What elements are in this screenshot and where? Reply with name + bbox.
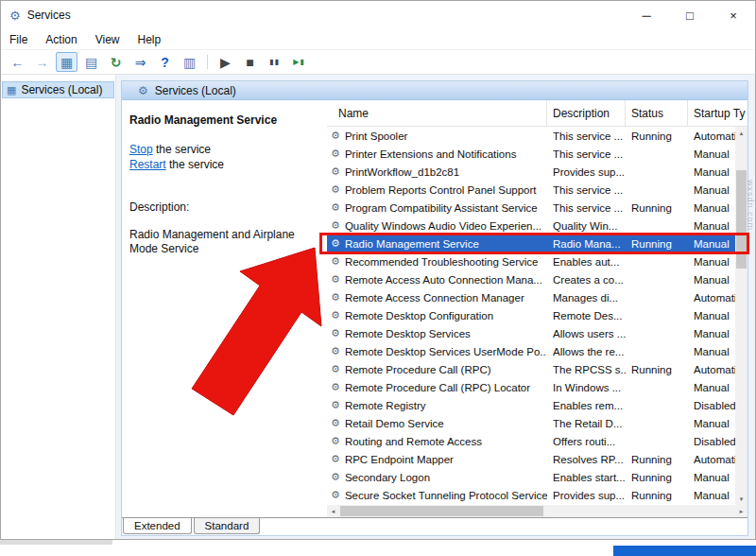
page-bottom-strip	[0, 540, 756, 556]
service-name-cell: ⚙PrintWorkflow_d1b2c81	[327, 165, 547, 178]
scroll-down-icon[interactable]: ▼	[735, 493, 747, 505]
service-gear-icon: ⚙	[331, 489, 340, 501]
console-root-icon: ▦	[7, 84, 16, 96]
service-name: Print Spooler	[345, 130, 407, 142]
column-header-description[interactable]: Description	[547, 100, 626, 126]
service-name: Remote Procedure Call (RPC) Locator	[345, 382, 530, 393]
scroll-up-icon[interactable]: ▲	[735, 127, 747, 139]
show-console-tree-icon[interactable]: ▦	[56, 52, 77, 72]
service-row[interactable]: ⚙Remote Access Connection ManagerManages…	[327, 288, 747, 306]
column-header-status[interactable]: Status	[626, 100, 688, 126]
service-name: RPC Endpoint Mapper	[345, 454, 454, 465]
service-name-cell: ⚙Problem Reports Control Panel Support	[327, 183, 547, 196]
restart-service-suffix: the service	[166, 158, 224, 171]
service-row[interactable]: ⚙Remote Procedure Call (RPC)The RPCSS s.…	[327, 360, 747, 378]
service-name: Remote Desktop Services	[345, 328, 471, 339]
service-gear-icon: ⚙	[331, 453, 340, 465]
service-gear-icon: ⚙	[331, 130, 340, 142]
column-header-name[interactable]: Name	[327, 100, 547, 126]
service-description: Enables start...	[547, 472, 626, 483]
restart-service-icon[interactable]: ▶▮	[288, 52, 310, 72]
service-row[interactable]: ⚙Radio Management ServiceRadio Mana...Ru…	[327, 235, 747, 252]
toolbar-separator	[207, 55, 208, 69]
service-name-cell: ⚙Recommended Troubleshooting Service	[327, 255, 547, 268]
minimize-button[interactable]: ─	[625, 1, 668, 29]
horizontal-scroll-thumb[interactable]	[340, 506, 543, 516]
service-description: The RPCSS s...	[547, 364, 626, 375]
service-name-cell: ⚙Printer Extensions and Notifications	[327, 148, 547, 160]
bottom-blue-bar	[613, 546, 756, 556]
service-name-cell: ⚙Remote Access Connection Manager	[327, 291, 547, 304]
description-text: Radio Management and Airplane Mode Servi…	[129, 228, 301, 256]
service-row[interactable]: ⚙Quality Windows Audio Video Experien...…	[327, 217, 747, 235]
service-name: Remote Access Auto Connection Mana...	[345, 274, 542, 286]
export-list-icon[interactable]: ▤	[80, 52, 102, 72]
service-description: Remote Des...	[547, 310, 626, 321]
maximize-button[interactable]: □	[668, 1, 712, 29]
service-row[interactable]: ⚙Secure Socket Tunneling Protocol Servic…	[327, 486, 747, 504]
service-rows: ⚙Print SpoolerThis service ...RunningAut…	[327, 127, 747, 504]
scroll-right-icon[interactable]: ►	[735, 505, 747, 517]
service-description: Resolves RP...	[547, 454, 626, 465]
tree-item-label: Services (Local)	[21, 83, 102, 96]
menu-file[interactable]: File	[9, 33, 27, 46]
service-name: PrintWorkflow_d1b2c81	[345, 166, 459, 178]
view-menu-icon[interactable]: ▥	[179, 52, 200, 72]
service-row[interactable]: ⚙PrintWorkflow_d1b2c81Provides sup...Man…	[327, 163, 747, 181]
service-name-cell: ⚙Secondary Logon	[327, 471, 547, 483]
service-name: Remote Registry	[345, 400, 426, 411]
service-description: This service ...	[547, 148, 626, 160]
service-row[interactable]: ⚙Recommended Troubleshooting ServiceEnab…	[327, 252, 747, 270]
window-controls: ─ □ ×	[625, 1, 755, 29]
panel-header: ⚙ Services (Local)	[122, 81, 747, 100]
service-row[interactable]: ⚙Remote Desktop Services UserMode Po...A…	[327, 342, 747, 360]
service-row[interactable]: ⚙Problem Reports Control Panel SupportTh…	[327, 181, 747, 199]
refresh-icon[interactable]: ↻	[105, 52, 127, 72]
tree-item-services-local[interactable]: ▦ Services (Local)	[2, 81, 114, 98]
close-button[interactable]: ×	[712, 1, 755, 29]
service-description: The Retail D...	[547, 418, 626, 429]
service-description: Offers routi...	[547, 436, 626, 447]
service-row[interactable]: ⚙Remote Desktop ServicesAllows users ...…	[327, 324, 747, 342]
service-row[interactable]: ⚙RPC Endpoint MapperResolves RP...Runnin…	[327, 450, 747, 468]
help-icon[interactable]: ?	[154, 52, 176, 72]
menu-help[interactable]: Help	[138, 33, 162, 46]
service-description: Allows users ...	[547, 328, 626, 339]
back-icon[interactable]: ←	[7, 52, 28, 72]
service-row[interactable]: ⚙Program Compatibility Assistant Service…	[327, 199, 747, 217]
service-name: Problem Reports Control Panel Support	[345, 184, 537, 196]
tab-extended[interactable]: Extended	[123, 518, 192, 534]
stop-service-link[interactable]: Stop	[129, 143, 153, 156]
service-row[interactable]: ⚙Secondary LogonEnables start...RunningM…	[327, 468, 747, 486]
service-gear-icon: ⚙	[331, 345, 340, 357]
restart-service-link[interactable]: Restart	[129, 158, 166, 171]
menu-view[interactable]: View	[95, 33, 120, 46]
scroll-left-icon[interactable]: ◄	[327, 505, 339, 517]
service-name: Remote Procedure Call (RPC)	[345, 364, 491, 375]
start-service-icon[interactable]: ▶	[215, 52, 236, 72]
service-description: This service ...	[547, 202, 626, 214]
service-row[interactable]: ⚙Print SpoolerThis service ...RunningAut…	[327, 127, 747, 145]
tab-strip: ExtendedStandard	[122, 517, 747, 535]
tab-standard[interactable]: Standard	[194, 518, 261, 534]
service-name-cell: ⚙Remote Access Auto Connection Mana...	[327, 273, 547, 286]
selected-service-title: Radio Management Service	[129, 113, 319, 128]
service-row[interactable]: ⚙Printer Extensions and NotificationsThi…	[327, 145, 747, 163]
service-gear-icon: ⚙	[331, 183, 340, 196]
service-row[interactable]: ⚙Remote Procedure Call (RPC) LocatorIn W…	[327, 378, 747, 396]
service-row[interactable]: ⚙Routing and Remote AccessOffers routi..…	[327, 432, 747, 450]
save-list-icon[interactable]: ⇒	[129, 52, 151, 72]
horizontal-scrollbar[interactable]: ◄ ►	[327, 505, 747, 517]
service-row[interactable]: ⚙Remote Desktop ConfigurationRemote Des.…	[327, 306, 747, 324]
column-header-startup-ty[interactable]: Startup Ty	[688, 100, 747, 126]
service-row[interactable]: ⚙Retail Demo ServiceThe Retail D...Manua…	[327, 414, 747, 432]
menu-action[interactable]: Action	[45, 33, 77, 46]
forward-icon[interactable]: →	[31, 52, 53, 72]
stop-service-icon[interactable]: ■	[239, 52, 261, 72]
service-name: Radio Management Service	[345, 238, 479, 250]
service-gear-icon: ⚙	[331, 148, 340, 160]
pause-service-icon[interactable]: ▮▮	[264, 52, 285, 72]
service-gear-icon: ⚙	[331, 417, 340, 429]
service-row[interactable]: ⚙Remote RegistryEnables rem...Disabled	[327, 396, 747, 414]
service-row[interactable]: ⚙Remote Access Auto Connection Mana...Cr…	[327, 270, 747, 288]
